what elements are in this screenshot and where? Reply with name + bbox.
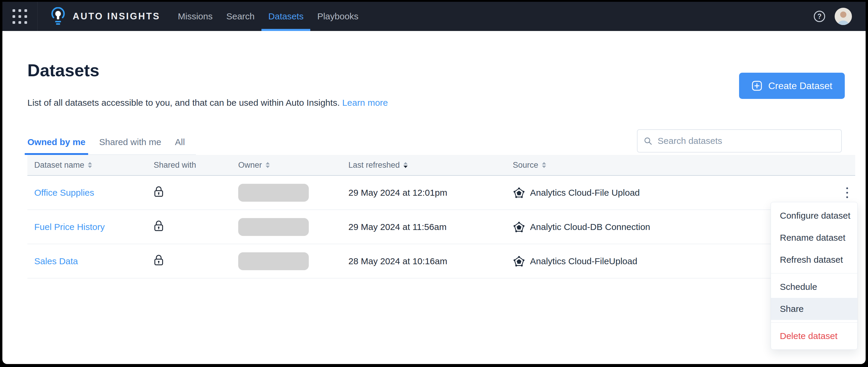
page-description: List of all datasets accessible to you, … xyxy=(27,98,388,108)
svg-text:?: ? xyxy=(817,12,822,20)
dataset-name-link[interactable]: Sales Data xyxy=(34,256,78,266)
search-input[interactable] xyxy=(657,135,835,146)
owner-redacted xyxy=(238,184,309,202)
context-menu-group: Configure datasetRename datasetRefresh d… xyxy=(771,202,857,273)
create-dataset-button[interactable]: Create Dataset xyxy=(739,73,845,99)
sort-icon xyxy=(403,162,408,168)
search-icon xyxy=(644,136,652,146)
column-header-label: Owner xyxy=(238,160,262,170)
menu-item-delete-dataset[interactable]: Delete dataset xyxy=(771,325,857,347)
kebab-menu-button[interactable] xyxy=(843,184,851,201)
dataset-filter-tabs: Owned by meShared with meAll xyxy=(25,136,196,155)
menu-item-refresh-dataset[interactable]: Refresh dataset xyxy=(771,249,857,271)
topbar-right: ? xyxy=(813,2,866,31)
help-icon: ? xyxy=(813,10,826,23)
table-body: Office Supplies 29 May 2024 at 12:01pm A… xyxy=(27,176,855,278)
grid-icon xyxy=(12,9,27,24)
app-window: AUTO INSIGHTS MissionsSearchDatasetsPlay… xyxy=(2,2,866,364)
tab-shared-with-me[interactable]: Shared with me xyxy=(96,136,164,155)
menu-item-schedule[interactable]: Schedule xyxy=(771,276,857,298)
last-refreshed: 28 May 2024 at 10:16am xyxy=(348,256,513,266)
source-label: Analytic Cloud-DB Connection xyxy=(530,222,650,232)
last-refreshed: 29 May 2024 at 12:01pm xyxy=(348,188,513,198)
table-row: Sales Data 28 May 2024 at 10:16am Analyt… xyxy=(27,244,855,278)
nav-item-label: Search xyxy=(226,11,255,22)
table-row: Office Supplies 29 May 2024 at 12:01pm A… xyxy=(27,176,855,210)
tab-all[interactable]: All xyxy=(172,136,187,155)
app-switcher-button[interactable] xyxy=(2,2,37,31)
analytics-cloud-icon xyxy=(513,255,525,268)
sort-icon xyxy=(542,162,546,168)
help-button[interactable]: ? xyxy=(813,10,826,23)
analytics-cloud-icon xyxy=(513,186,525,199)
brand-title: AUTO INSIGHTS xyxy=(73,11,160,22)
lightbulb-icon xyxy=(51,2,65,31)
nav-item-label: Playbooks xyxy=(317,11,358,22)
main-nav: MissionsSearchDatasetsPlaybooks xyxy=(171,2,365,31)
top-navigation-bar: AUTO INSIGHTS MissionsSearchDatasetsPlay… xyxy=(2,2,866,31)
table-row: Fuel Price History 29 May 2024 at 11:56a… xyxy=(27,210,855,244)
tab-owned-by-me[interactable]: Owned by me xyxy=(25,136,88,155)
nav-item-playbooks[interactable]: Playbooks xyxy=(310,2,365,31)
column-header-label: Dataset name xyxy=(34,160,84,170)
owner-redacted xyxy=(238,252,309,270)
column-header-source[interactable]: Source xyxy=(513,160,837,170)
context-menu-group: Delete dataset xyxy=(771,323,857,349)
page-description-text: List of all datasets accessible to you, … xyxy=(27,98,340,108)
nav-item-label: Datasets xyxy=(268,11,303,22)
dataset-context-menu: Configure datasetRename datasetRefresh d… xyxy=(771,202,858,350)
learn-more-link[interactable]: Learn more xyxy=(342,98,388,108)
sort-icon xyxy=(266,162,270,168)
lock-icon xyxy=(154,254,164,266)
page-title: Datasets xyxy=(27,60,99,80)
source-label: Analytics Cloud-File Upload xyxy=(530,188,640,198)
menu-item-rename-dataset[interactable]: Rename dataset xyxy=(771,227,857,249)
plus-square-icon xyxy=(751,81,762,91)
nav-item-label: Missions xyxy=(178,11,213,22)
column-header-label: Shared with xyxy=(154,160,196,170)
nav-item-datasets[interactable]: Datasets xyxy=(261,2,310,31)
menu-item-configure-dataset[interactable]: Configure dataset xyxy=(771,205,857,227)
search-box xyxy=(637,129,842,153)
dataset-name-link[interactable]: Office Supplies xyxy=(34,188,94,197)
column-header-owner[interactable]: Owner xyxy=(238,160,348,170)
context-menu-group: ScheduleShare xyxy=(771,273,857,323)
lock-icon xyxy=(154,220,164,232)
column-header-dataset-name[interactable]: Dataset name xyxy=(34,160,154,170)
datasets-table: Dataset name Shared with Owner Last refr… xyxy=(27,155,855,278)
owner-redacted xyxy=(238,218,309,236)
user-avatar[interactable] xyxy=(835,8,852,25)
lock-icon xyxy=(154,186,164,197)
nav-item-search[interactable]: Search xyxy=(219,2,261,31)
last-refreshed: 29 May 2024 at 11:56am xyxy=(348,222,513,232)
analytics-cloud-icon xyxy=(513,221,525,233)
column-header-shared-with: Shared with xyxy=(154,160,238,170)
source-label: Analytics Cloud-FileUpload xyxy=(530,256,637,266)
table-header-row: Dataset name Shared with Owner Last refr… xyxy=(27,155,855,176)
menu-item-share[interactable]: Share xyxy=(771,298,857,320)
create-dataset-label: Create Dataset xyxy=(768,81,832,91)
kebab-menu-icon xyxy=(846,187,848,189)
column-header-last-refreshed[interactable]: Last refreshed xyxy=(348,160,513,170)
column-header-label: Last refreshed xyxy=(348,160,400,170)
sort-icon xyxy=(88,162,92,168)
dataset-name-link[interactable]: Fuel Price History xyxy=(34,222,105,232)
nav-item-missions[interactable]: Missions xyxy=(171,2,219,31)
column-header-label: Source xyxy=(513,160,538,170)
